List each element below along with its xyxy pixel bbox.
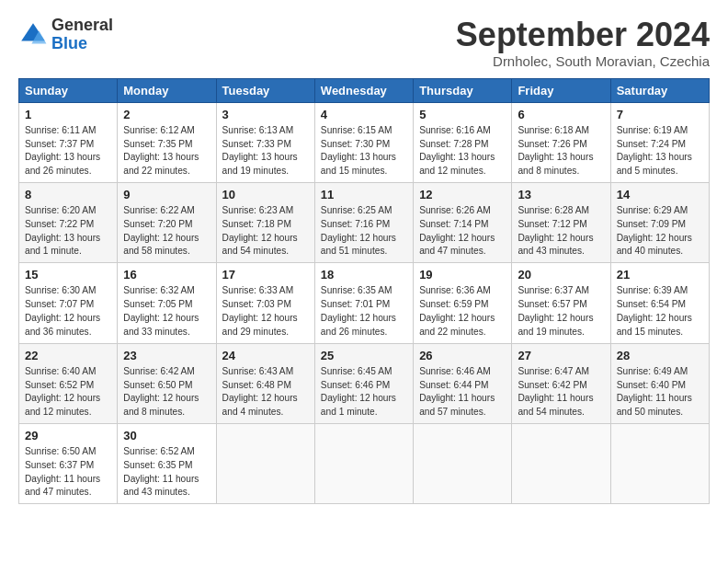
table-row: 27Sunrise: 6:47 AM Sunset: 6:42 PM Dayli… — [512, 343, 610, 423]
day-info: Sunrise: 6:15 AM Sunset: 7:30 PM Dayligh… — [321, 124, 407, 178]
day-number: 30 — [123, 428, 210, 444]
table-row: 18Sunrise: 6:35 AM Sunset: 7:01 PM Dayli… — [314, 263, 413, 343]
day-number: 5 — [419, 107, 506, 123]
day-number: 23 — [123, 348, 210, 364]
day-info: Sunrise: 6:25 AM Sunset: 7:16 PM Dayligh… — [321, 204, 407, 259]
table-row — [414, 423, 512, 503]
day-info: Sunrise: 6:49 AM Sunset: 6:40 PM Dayligh… — [617, 365, 703, 419]
calendar-week-row: 1Sunrise: 6:11 AM Sunset: 7:37 PM Daylig… — [19, 102, 710, 182]
table-row: 22Sunrise: 6:40 AM Sunset: 6:52 PM Dayli… — [19, 343, 118, 423]
day-info: Sunrise: 6:32 AM Sunset: 7:05 PM Dayligh… — [123, 284, 210, 339]
day-info: Sunrise: 6:33 AM Sunset: 7:03 PM Dayligh… — [222, 284, 309, 339]
table-row: 15Sunrise: 6:30 AM Sunset: 7:07 PM Dayli… — [19, 263, 118, 343]
day-number: 27 — [518, 348, 604, 364]
day-number: 28 — [617, 348, 703, 364]
col-tuesday: Tuesday — [216, 78, 314, 102]
calendar-week-row: 8Sunrise: 6:20 AM Sunset: 7:22 PM Daylig… — [19, 182, 710, 262]
day-number: 24 — [222, 348, 309, 364]
day-info: Sunrise: 6:23 AM Sunset: 7:18 PM Dayligh… — [222, 204, 309, 259]
day-number: 12 — [419, 187, 506, 203]
day-info: Sunrise: 6:43 AM Sunset: 6:48 PM Dayligh… — [222, 365, 309, 419]
day-info: Sunrise: 6:52 AM Sunset: 6:35 PM Dayligh… — [123, 445, 210, 500]
logo-general: General Blue — [51, 17, 113, 53]
day-number: 13 — [518, 187, 604, 203]
day-info: Sunrise: 6:11 AM Sunset: 7:37 PM Dayligh… — [25, 124, 111, 178]
table-row: 8Sunrise: 6:20 AM Sunset: 7:22 PM Daylig… — [19, 182, 118, 262]
day-number: 6 — [518, 107, 604, 123]
col-thursday: Thursday — [414, 78, 512, 102]
day-info: Sunrise: 6:28 AM Sunset: 7:12 PM Dayligh… — [518, 204, 604, 259]
day-number: 10 — [222, 187, 309, 203]
calendar-title: September 2024 — [456, 17, 710, 53]
logo: General Blue — [18, 17, 113, 53]
header: General Blue September 2024 Drnholec, So… — [18, 17, 710, 69]
table-row: 23Sunrise: 6:42 AM Sunset: 6:50 PM Dayli… — [118, 343, 216, 423]
day-info: Sunrise: 6:26 AM Sunset: 7:14 PM Dayligh… — [419, 204, 506, 259]
day-number: 19 — [419, 267, 506, 283]
day-info: Sunrise: 6:50 AM Sunset: 6:37 PM Dayligh… — [25, 445, 111, 500]
calendar-subtitle: Drnholec, South Moravian, Czechia — [456, 53, 710, 69]
table-row: 5Sunrise: 6:16 AM Sunset: 7:28 PM Daylig… — [414, 102, 512, 182]
table-row: 10Sunrise: 6:23 AM Sunset: 7:18 PM Dayli… — [216, 182, 314, 262]
table-row: 26Sunrise: 6:46 AM Sunset: 6:44 PM Dayli… — [414, 343, 512, 423]
table-row — [512, 423, 610, 503]
day-info: Sunrise: 6:46 AM Sunset: 6:44 PM Dayligh… — [419, 365, 506, 419]
day-number: 9 — [123, 187, 210, 203]
col-saturday: Saturday — [610, 78, 709, 102]
day-number: 26 — [419, 348, 506, 364]
day-info: Sunrise: 6:40 AM Sunset: 6:52 PM Dayligh… — [25, 365, 111, 419]
table-row: 1Sunrise: 6:11 AM Sunset: 7:37 PM Daylig… — [19, 102, 118, 182]
day-number: 22 — [25, 348, 111, 364]
calendar-table: Sunday Monday Tuesday Wednesday Thursday… — [18, 78, 710, 505]
day-number: 21 — [617, 267, 703, 283]
day-number: 20 — [518, 267, 604, 283]
day-number: 7 — [617, 107, 703, 123]
day-number: 2 — [123, 107, 210, 123]
calendar-week-row: 29Sunrise: 6:50 AM Sunset: 6:37 PM Dayli… — [19, 423, 710, 503]
day-number: 17 — [222, 267, 309, 283]
day-info: Sunrise: 6:12 AM Sunset: 7:35 PM Dayligh… — [123, 124, 210, 178]
table-row — [610, 423, 709, 503]
col-friday: Friday — [512, 78, 610, 102]
day-info: Sunrise: 6:37 AM Sunset: 6:57 PM Dayligh… — [518, 284, 604, 339]
logo-icon — [18, 20, 48, 50]
day-number: 15 — [25, 267, 111, 283]
table-row: 3Sunrise: 6:13 AM Sunset: 7:33 PM Daylig… — [216, 102, 314, 182]
day-number: 29 — [25, 428, 111, 444]
day-number: 11 — [321, 187, 407, 203]
day-info: Sunrise: 6:42 AM Sunset: 6:50 PM Dayligh… — [123, 365, 210, 419]
day-info: Sunrise: 6:13 AM Sunset: 7:33 PM Dayligh… — [222, 124, 309, 178]
table-row — [216, 423, 314, 503]
page: General Blue September 2024 Drnholec, So… — [0, 0, 728, 513]
col-wednesday: Wednesday — [314, 78, 413, 102]
table-row — [314, 423, 413, 503]
day-number: 3 — [222, 107, 309, 123]
day-info: Sunrise: 6:16 AM Sunset: 7:28 PM Dayligh… — [419, 124, 506, 178]
calendar-week-row: 15Sunrise: 6:30 AM Sunset: 7:07 PM Dayli… — [19, 263, 710, 343]
day-number: 8 — [25, 187, 111, 203]
table-row: 2Sunrise: 6:12 AM Sunset: 7:35 PM Daylig… — [118, 102, 216, 182]
table-row: 11Sunrise: 6:25 AM Sunset: 7:16 PM Dayli… — [314, 182, 413, 262]
table-row: 20Sunrise: 6:37 AM Sunset: 6:57 PM Dayli… — [512, 263, 610, 343]
table-row: 12Sunrise: 6:26 AM Sunset: 7:14 PM Dayli… — [414, 182, 512, 262]
table-row: 21Sunrise: 6:39 AM Sunset: 6:54 PM Dayli… — [610, 263, 709, 343]
day-number: 25 — [321, 348, 407, 364]
calendar-week-row: 22Sunrise: 6:40 AM Sunset: 6:52 PM Dayli… — [19, 343, 710, 423]
day-number: 16 — [123, 267, 210, 283]
day-info: Sunrise: 6:30 AM Sunset: 7:07 PM Dayligh… — [25, 284, 111, 339]
day-number: 18 — [321, 267, 407, 283]
day-info: Sunrise: 6:39 AM Sunset: 6:54 PM Dayligh… — [617, 284, 703, 339]
day-info: Sunrise: 6:20 AM Sunset: 7:22 PM Dayligh… — [25, 204, 111, 259]
table-row: 4Sunrise: 6:15 AM Sunset: 7:30 PM Daylig… — [314, 102, 413, 182]
table-row: 14Sunrise: 6:29 AM Sunset: 7:09 PM Dayli… — [610, 182, 709, 262]
day-info: Sunrise: 6:19 AM Sunset: 7:24 PM Dayligh… — [617, 124, 703, 178]
day-number: 14 — [617, 187, 703, 203]
table-row: 13Sunrise: 6:28 AM Sunset: 7:12 PM Dayli… — [512, 182, 610, 262]
table-row: 19Sunrise: 6:36 AM Sunset: 6:59 PM Dayli… — [414, 263, 512, 343]
day-info: Sunrise: 6:45 AM Sunset: 6:46 PM Dayligh… — [321, 365, 407, 419]
table-row: 25Sunrise: 6:45 AM Sunset: 6:46 PM Dayli… — [314, 343, 413, 423]
day-info: Sunrise: 6:29 AM Sunset: 7:09 PM Dayligh… — [617, 204, 703, 259]
table-row: 30Sunrise: 6:52 AM Sunset: 6:35 PM Dayli… — [118, 423, 216, 503]
table-row: 7Sunrise: 6:19 AM Sunset: 7:24 PM Daylig… — [610, 102, 709, 182]
table-row: 17Sunrise: 6:33 AM Sunset: 7:03 PM Dayli… — [216, 263, 314, 343]
